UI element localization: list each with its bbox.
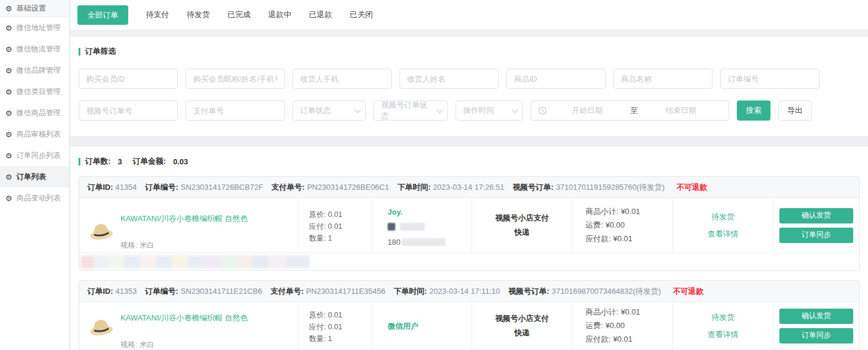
sidebar-item-wechat-address[interactable]: ⚙ 微信地址管理 [0,17,69,38]
product-name-link[interactable]: KAWATANI/川谷小卷檐编织帽 自然色 [121,213,298,224]
tab-all-orders[interactable]: 全部订单 [77,5,128,25]
order-status-select[interactable]: 订单状态 [292,101,366,121]
filter-row-2: 订单状态 视频号订单状态 操作时间 开始日期 至 结束日期 搜索 [79,101,860,121]
channel-order-value: 3710169870073464832(待发货) [552,286,661,297]
sidebar-item-label: 商品审核列表 [17,129,61,140]
buyer-nickname[interactable]: 微信用户 [388,321,472,332]
delivery-method: 快递 [515,328,530,338]
view-detail-link[interactable]: 查看详情 [708,229,739,239]
masked-block [400,223,425,231]
delivery-method: 快递 [515,227,530,238]
sidebar-item-order-list[interactable]: ⚙ 订单列表 [0,166,69,187]
tab-refunded[interactable]: 已退款 [309,9,332,20]
pay-sn-value: PN2303141726BE06C1 [307,183,389,192]
buyer-member-id-input[interactable] [79,69,178,89]
sidebar-item-product-change-list[interactable]: ⚙ 商品变动列表 [0,187,69,209]
pay-sn-value: PN2303141711E35456 [306,287,385,296]
payment-method: 视频号小店支付 [495,213,549,223]
buyer-phone: 180 [388,238,472,247]
order-sn-input[interactable] [720,69,820,89]
channel-order-value: 3710170119159285760(待发货) [556,182,665,193]
gear-icon: ⚙ [5,173,12,181]
start-date-placeholder[interactable]: 开始日期 [547,105,628,116]
order-header: 订单ID:41353 订单编号:SN2303141711E21CB6 支付单号:… [79,281,859,302]
order-sync-button[interactable]: 订单同步 [779,328,853,343]
consignee-phone-input[interactable] [292,69,392,89]
status-cell: 待发货 查看详情 [672,198,773,252]
order-amount-label: 订单金额: [133,156,166,167]
sidebar-item-label: 基础设置 [17,4,46,14]
section-accent-bar [79,158,80,166]
order-sn-value: SN2303141711E21CB6 [181,287,262,296]
buyer-nickname-input[interactable] [186,69,285,89]
sidebar: ⚙ 基础设置 ⚙ 微信地址管理 ⚙ 微信物流管理 ⚙ 微信品牌管理 ⚙ 微信类目… [0,0,70,350]
export-button[interactable]: 导出 [778,101,812,121]
buyer-nickname[interactable]: Joy. [388,208,472,216]
tab-refunding[interactable]: 退款中 [268,9,291,20]
subtotal-row: 商品小计:¥0.01 [586,206,672,217]
order-body: KAWATANI/川谷小卷檐编织帽 自然色 规格: 米白 原价: 0.01 应付… [79,302,859,349]
sidebar-item-wechat-logistics[interactable]: ⚙ 微信物流管理 [0,38,69,60]
product-name-input[interactable] [613,69,713,89]
order-sync-button[interactable]: 订单同步 [779,228,853,243]
product-thumbnail-hat [89,218,113,242]
gear-icon: ⚙ [5,109,12,117]
pay-sn-label: 支付单号: [271,182,304,193]
payment-method: 视频号小店支付 [495,313,549,324]
status-badge: 待发货 [711,212,734,222]
end-date-placeholder[interactable]: 结束日期 [641,105,722,116]
order-status-tabs: 全部订单 待支付 待发货 已完成 退款中 已退款 已关闭 [70,0,868,30]
order-time-label: 下单时间: [397,182,430,193]
sidebar-item-wechat-category[interactable]: ⚙ 微信类目管理 [0,81,69,102]
date-range-separator: 至 [628,105,641,116]
tab-closed[interactable]: 已关闭 [350,9,373,20]
product-cell: KAWATANI/川谷小卷檐编织帽 自然色 规格: 米白 [79,198,298,252]
product-spec: 规格: 米白 [121,241,298,251]
sidebar-item-label: 微信类目管理 [17,87,61,97]
search-button[interactable]: 搜索 [737,101,771,121]
confirm-ship-button[interactable]: 确认发货 [779,309,853,324]
payable-row: 应付款:¥0.01 [586,234,672,244]
sidebar-item-order-sync-list[interactable]: ⚙ 订单同步列表 [0,145,69,166]
totals-cell: 商品小计:¥0.01 运费:¥0.00 应付款:¥0.01 [572,302,672,349]
gear-icon: ⚙ [5,24,12,32]
channel-order-status-select[interactable]: 视频号订单状态 [373,101,448,121]
tab-pending-payment[interactable]: 待支付 [146,9,169,20]
sidebar-item-wechat-product[interactable]: ⚙ 微信商品管理 [0,102,69,124]
view-detail-link[interactable]: 查看详情 [708,329,739,340]
order-id-label: 订单ID: [87,182,113,193]
channel-order-sn-input[interactable] [79,101,178,121]
shipping-row: 运费:¥0.00 [586,320,672,331]
subtotal-row: 商品小计:¥0.01 [586,307,672,317]
order-time-label: 下单时间: [394,286,427,297]
operation-time-select[interactable]: 操作时间 [456,101,523,121]
tab-completed[interactable]: 已完成 [227,9,251,20]
payment-sn-input[interactable] [186,101,285,121]
price-cell: 原价: 0.01 应付: 0.01 数量: 1 [298,198,372,252]
sidebar-item-product-review-list[interactable]: ⚙ 商品审核列表 [0,124,69,145]
sidebar-item-wechat-brand[interactable]: ⚙ 微信品牌管理 [0,60,69,81]
order-count-value: 3 [118,157,122,166]
status-cell: 待发货 查看详情 [672,302,773,349]
sidebar-item-basic-settings[interactable]: ⚙ 基础设置 [0,0,69,17]
tab-pending-shipment[interactable]: 待发货 [187,9,210,20]
gear-icon: ⚙ [5,195,12,202]
order-summary: 订单数:3 订单金额:0.03 [79,156,860,167]
sidebar-item-label: 订单列表 [17,172,46,182]
sidebar-item-label: 微信地址管理 [17,23,61,33]
product-name-link[interactable]: KAWATANI/川谷小卷檐编织帽 自然色 [121,313,298,323]
order-header: 订单ID:41354 订单编号:SN2303141726BCB72F 支付单号:… [79,177,859,198]
order-count-label: 订单数: [85,156,110,167]
order-status-select-value: 订单状态 [300,105,331,116]
order-time-value: 2023-03-14 17:26:51 [433,183,505,192]
buyer-cell: Joy. 180 [372,198,472,252]
confirm-ship-button[interactable]: 确认发货 [779,208,853,223]
payment-cell: 视频号小店支付 快递 [472,198,572,252]
channel-order-status-select-value: 视频号订单状态 [381,100,433,121]
product-id-input[interactable] [506,69,606,89]
pay-sn-label: 支付单号: [271,286,304,297]
phone-prefix: 180 [388,238,401,247]
order-list-panel: 订单数:3 订单金额:0.03 订单ID:41354 订单编号:SN230314… [70,147,868,350]
date-range-picker[interactable]: 开始日期 至 结束日期 [531,101,729,121]
consignee-name-input[interactable] [399,69,499,89]
